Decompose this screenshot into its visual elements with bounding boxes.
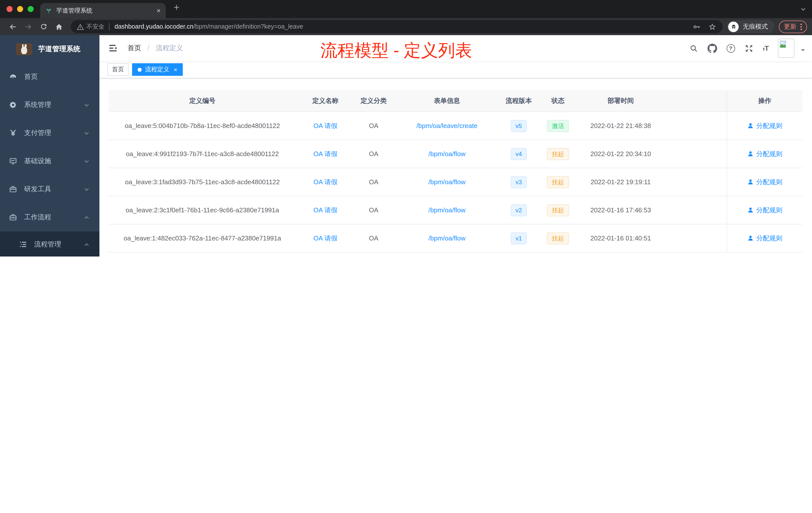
- assign-rule-link[interactable]: 分配规则: [747, 177, 782, 186]
- url-domain: dashboard.yudao.iocoder.cn: [115, 23, 193, 30]
- col-header-id: 定义编号: [109, 90, 296, 112]
- sidebar-item-label: 研发工具: [24, 185, 51, 194]
- logo-avatar: [16, 43, 32, 55]
- status-badge: 挂起: [547, 176, 569, 188]
- form-info-link[interactable]: /bpm/oa/leave/create: [416, 122, 477, 129]
- url-path: /bpm/manager/definition?key=oa_leave: [193, 23, 303, 30]
- definition-id: oa_leave:1:482ec033-762a-11ec-8477-a2380…: [124, 234, 281, 242]
- status-badge: 挂起: [547, 232, 569, 244]
- assign-rule-link[interactable]: 分配规则: [747, 149, 782, 158]
- zoom-window-button[interactable]: [28, 6, 34, 12]
- sidebar-item-process-mgmt[interactable]: 流程管理: [0, 232, 99, 256]
- definition-name-link[interactable]: OA 请假: [313, 206, 337, 215]
- sidebar-item-system[interactable]: 系统管理: [0, 91, 99, 119]
- tag-home[interactable]: 首页: [108, 63, 128, 76]
- window-controls: [0, 6, 41, 12]
- col-header-form: 表单信息: [393, 90, 501, 112]
- sidebar-fold-icon[interactable]: [109, 44, 117, 52]
- user-icon: [747, 207, 754, 213]
- col-header-version: 流程版本: [501, 90, 536, 112]
- bookmark-star-icon[interactable]: [708, 22, 717, 31]
- sidebar-item-infra[interactable]: 基础设施: [0, 147, 99, 175]
- form-info-link[interactable]: /bpm/oa/flow: [428, 178, 465, 186]
- assign-rule-link[interactable]: 分配规则: [747, 234, 782, 243]
- sidebar-item-payment[interactable]: 支付管理: [0, 119, 99, 147]
- table-row: oa_leave:2:3c1f0ef1-76b1-11ec-9c66-a2380…: [109, 196, 803, 224]
- browser-tab[interactable]: 芋道管理系统 ×: [40, 3, 166, 18]
- new-tab-button[interactable]: +: [174, 2, 179, 13]
- update-button[interactable]: 更新: [779, 20, 807, 33]
- breadcrumb-current: 流程定义: [156, 44, 183, 52]
- not-secure-warning-icon: [77, 23, 84, 30]
- red-annotation: 流程模型 - 定义列表: [320, 42, 472, 59]
- sidebar-item-home[interactable]: 首页: [0, 63, 99, 91]
- definition-name-link[interactable]: OA 请假: [313, 177, 337, 186]
- incognito-badge: 无痕模式: [727, 20, 774, 33]
- chevron-down-icon: [84, 102, 89, 108]
- chevron-down-icon: [84, 158, 89, 164]
- tab-search-chevron-icon[interactable]: [801, 6, 806, 12]
- home-button[interactable]: [55, 22, 63, 31]
- definition-name-link[interactable]: OA 请假: [313, 149, 337, 158]
- tab-close-icon[interactable]: ×: [157, 7, 161, 14]
- address-bar[interactable]: 不安全 dashboard.yudao.iocoder.cn/bpm/manag…: [71, 20, 723, 33]
- logo-title: 芋道管理系统: [38, 44, 80, 54]
- form-info-link[interactable]: /bpm/oa/flow: [428, 234, 465, 242]
- form-info-link[interactable]: /bpm/oa/flow: [428, 206, 465, 214]
- table-row: oa_leave:3:1fad3d93-7b75-11ec-a3c8-acde4…: [109, 168, 803, 196]
- minimize-window-button[interactable]: [17, 6, 23, 12]
- sidebar-item-workflow[interactable]: 工作流程: [0, 203, 99, 232]
- forward-button[interactable]: [24, 22, 33, 31]
- table-header-row: 定义编号 定义名称 定义分类 表单信息 流程版本 状态 部署时间 操作: [109, 90, 803, 112]
- version-badge: v5: [511, 120, 527, 132]
- user-icon: [747, 179, 754, 185]
- definition-name-link[interactable]: OA 请假: [313, 121, 337, 130]
- password-key-icon[interactable]: [693, 22, 701, 31]
- form-info-link[interactable]: /bpm/oa/flow: [428, 150, 465, 158]
- gear-icon: [9, 101, 17, 109]
- sidebar-logo[interactable]: 芋道管理系统: [0, 35, 99, 63]
- briefcase-icon: [9, 213, 17, 221]
- breadcrumb-home[interactable]: 首页: [127, 44, 141, 52]
- page-url: dashboard.yudao.iocoder.cn/bpm/manager/d…: [115, 23, 303, 30]
- help-icon[interactable]: ?: [726, 44, 735, 53]
- status-badge: 激活: [547, 120, 569, 132]
- definition-id: oa_leave:3:1fad3d93-7b75-11ec-a3c8-acde4…: [125, 178, 280, 186]
- user-icon: [747, 235, 754, 241]
- version-badge: v3: [511, 176, 527, 188]
- deploy-time: 2022-01-22 19:19:11: [590, 178, 651, 186]
- font-size-icon[interactable]: тT: [762, 44, 768, 52]
- fullscreen-icon[interactable]: [745, 44, 753, 53]
- col-header-name: 定义名称: [296, 90, 354, 112]
- breadcrumb-separator: /: [148, 44, 150, 52]
- browser-menu-dots-icon[interactable]: [801, 23, 802, 30]
- github-icon[interactable]: [707, 43, 717, 53]
- assign-rule-link[interactable]: 分配规则: [747, 206, 782, 215]
- close-window-button[interactable]: [6, 6, 12, 12]
- tag-close-icon[interactable]: ×: [174, 66, 177, 72]
- col-header-deploy-time: 部署时间: [580, 90, 662, 112]
- avatar-caret-icon[interactable]: [801, 49, 805, 53]
- not-secure-label: 不安全: [86, 22, 105, 31]
- sidebar-item-devtools[interactable]: 研发工具: [0, 175, 99, 203]
- url-separator: [109, 23, 110, 30]
- broken-image-icon: [779, 40, 787, 48]
- avatar[interactable]: [778, 39, 794, 58]
- table-body: oa_leave:5:004b710b-7b8a-11ec-8ef0-acde4…: [109, 112, 803, 252]
- definition-id: oa_leave:4:991f2193-7b7f-11ec-a3c8-acde4…: [126, 150, 279, 158]
- list-tree-icon: [19, 240, 27, 248]
- version-badge: v2: [511, 204, 527, 216]
- assign-rule-link[interactable]: 分配规则: [747, 121, 782, 130]
- chevron-up-icon: [84, 242, 89, 247]
- definition-category: OA: [369, 122, 378, 129]
- definition-name-link[interactable]: OA 请假: [313, 234, 337, 243]
- tag-process-definition[interactable]: 流程定义 ×: [132, 63, 183, 76]
- col-header-status: 状态: [536, 90, 580, 112]
- reload-button[interactable]: [40, 23, 48, 31]
- chevron-down-icon: [84, 186, 89, 192]
- toolbox-icon: [9, 185, 17, 193]
- back-button[interactable]: [8, 22, 17, 31]
- search-icon[interactable]: [689, 44, 698, 53]
- deploy-time: 2022-01-16 17:46:53: [590, 206, 651, 214]
- update-label: 更新: [784, 22, 796, 31]
